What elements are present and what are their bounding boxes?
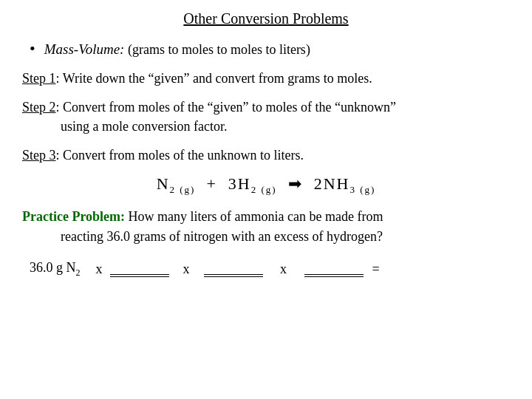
step2-text: : Convert from moles of the “given” to m…: [56, 100, 396, 115]
blank-fraction-2: [204, 262, 263, 277]
step1-label: Step 1: [22, 71, 56, 86]
equals-sign: =: [372, 262, 380, 277]
practice-text: How many liters of ammonia can be made f…: [125, 209, 383, 224]
x3: x: [270, 262, 297, 277]
x1: x: [89, 262, 103, 277]
practice-indent-text: reacting 36.0 grams of nitrogen with an …: [22, 227, 510, 247]
bullet-text: (grams to moles to moles to liters): [124, 42, 310, 57]
x2: x: [177, 262, 197, 277]
fraction-line: 36.0 g N2 x x x =: [22, 260, 510, 279]
bullet-content: Mass-Volume: (grams to moles to moles to…: [44, 41, 310, 58]
step1-text: : Write down the “given” and convert fro…: [56, 71, 372, 86]
practice-block: Practice Problem: How many liters of amm…: [22, 207, 510, 247]
step3-label: Step 3: [22, 148, 56, 163]
page-title: Other Conversion Problems: [22, 10, 510, 27]
given-value: 36.0 g N2: [30, 260, 81, 279]
step3-text: : Convert from moles of the unknown to l…: [56, 148, 304, 163]
step3-block: Step 3: Convert from moles of the unknow…: [22, 146, 510, 165]
chemical-equation: N2 (g) + 3H2 (g) ➡ 2NH3 (g): [22, 174, 510, 196]
page-container: Other Conversion Problems • Mass-Volume:…: [0, 0, 532, 399]
bullet-dot: •: [30, 39, 35, 58]
blank-fraction-1: [110, 262, 169, 277]
step2-indent: using a mole conversion factor.: [22, 117, 510, 136]
bullet-line: • Mass-Volume: (grams to moles to moles …: [22, 39, 510, 58]
step1-block: Step 1: Write down the “given” and conve…: [22, 69, 510, 88]
step2-label: Step 2: [22, 100, 56, 115]
practice-label: Practice Problem:: [22, 209, 125, 224]
blank-fraction-3: [304, 262, 364, 277]
mass-volume-label: Mass-Volume:: [44, 41, 125, 57]
step2-block: Step 2: Convert from moles of the “given…: [22, 98, 510, 136]
